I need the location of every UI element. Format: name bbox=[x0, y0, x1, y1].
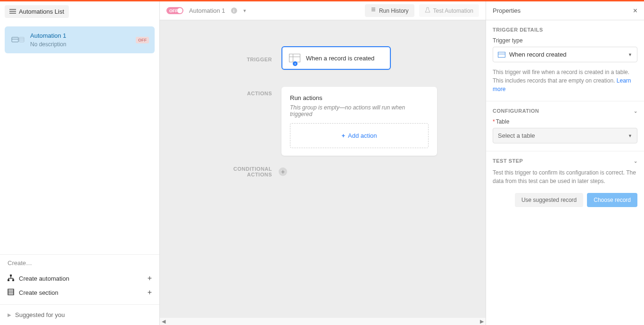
plus-badge-icon: + bbox=[293, 61, 297, 66]
automations-list-button[interactable]: Automations List bbox=[5, 5, 69, 18]
sidebar-title: Automations List bbox=[19, 8, 64, 15]
section-icon bbox=[8, 289, 14, 297]
automation-list: Automation 1 No description OFF bbox=[0, 22, 159, 254]
table-field-label: *Table bbox=[493, 118, 637, 125]
actions-card-desc: This group is empty—no actions will run … bbox=[290, 104, 429, 117]
test-step-label-row: TEST STEP ⌄ bbox=[493, 158, 637, 164]
automation-item-desc: No description bbox=[30, 41, 66, 48]
choose-record-button[interactable]: Choose record bbox=[587, 193, 637, 207]
automation-item-title: Automation 1 bbox=[30, 32, 66, 39]
info-icon[interactable]: i bbox=[231, 8, 237, 14]
plus-icon: + bbox=[148, 274, 152, 283]
configuration-label-row: CONFIGURATION ⌄ bbox=[493, 108, 637, 114]
sitemap-icon bbox=[8, 275, 14, 283]
table-select-placeholder: Select a table bbox=[498, 132, 535, 139]
svg-rect-15 bbox=[8, 289, 14, 295]
add-action-label: Add action bbox=[348, 132, 377, 139]
canvas: OFF Automation 1 i ▼ Run History Test Au… bbox=[160, 1, 486, 325]
automation-stacked-icons bbox=[11, 36, 25, 44]
create-label: Create… bbox=[8, 259, 152, 267]
properties-title: Properties bbox=[493, 7, 520, 14]
create-section-label: Create section bbox=[19, 289, 58, 296]
actions-card-title: Run actions bbox=[290, 94, 429, 101]
flow-area: TRIGGER + When a record is created ACTIO… bbox=[160, 20, 486, 325]
chevron-down-icon[interactable]: ⌄ bbox=[634, 108, 638, 114]
table-label-text: Table bbox=[496, 118, 510, 125]
automation-name[interactable]: Automation 1 bbox=[189, 7, 225, 14]
plus-icon: + bbox=[148, 288, 152, 297]
trigger-type-value: When record created bbox=[509, 51, 566, 58]
trigger-card[interactable]: + When a record is created bbox=[281, 46, 391, 70]
close-icon[interactable]: × bbox=[633, 7, 637, 15]
trigger-details-label: TRIGGER DETAILS bbox=[493, 27, 637, 33]
sidebar-footer: Create… Create automation + Create secti… bbox=[0, 254, 159, 304]
plus-icon: + bbox=[341, 132, 345, 139]
table-select[interactable]: Select a table ▼ bbox=[493, 128, 637, 143]
add-action-button[interactable]: + Add action bbox=[290, 123, 429, 148]
suggested-button[interactable]: ▶ Suggested for you bbox=[0, 304, 159, 325]
trigger-type-label: Trigger type bbox=[493, 37, 637, 44]
trigger-help-text: This trigger will fire when a record is … bbox=[493, 68, 637, 93]
run-history-label: Run History bbox=[379, 8, 409, 14]
caret-down-icon: ▼ bbox=[628, 52, 632, 57]
create-automation-label: Create automation bbox=[19, 275, 69, 282]
svg-rect-9 bbox=[8, 279, 9, 281]
add-conditional-button[interactable]: + bbox=[279, 167, 287, 176]
svg-rect-10 bbox=[12, 279, 14, 281]
sidebar: Automations List Automation 1 No descrip… bbox=[0, 1, 160, 325]
configuration-label: CONFIGURATION bbox=[493, 108, 539, 114]
table-icon bbox=[498, 52, 505, 58]
test-automation-button[interactable]: Test Automation bbox=[419, 4, 479, 17]
canvas-header: OFF Automation 1 i ▼ Run History Test Au… bbox=[160, 1, 486, 20]
automation-item[interactable]: Automation 1 No description OFF bbox=[5, 26, 155, 53]
svg-rect-3 bbox=[12, 37, 18, 42]
use-suggested-record-button[interactable]: Use suggested record bbox=[515, 193, 583, 207]
flask-icon bbox=[425, 7, 430, 14]
suggested-label: Suggested for you bbox=[15, 311, 65, 318]
hamburger-icon bbox=[9, 8, 16, 15]
conditional-label: CONDITIONAL ACTIONS bbox=[216, 166, 272, 177]
automation-item-badge: OFF bbox=[136, 37, 149, 43]
chevron-down-icon[interactable]: ⌄ bbox=[634, 158, 638, 164]
actions-label: ACTIONS bbox=[216, 87, 272, 96]
svg-rect-5 bbox=[19, 37, 24, 42]
test-automation-label: Test Automation bbox=[433, 8, 473, 14]
trigger-type-select[interactable]: When record created ▼ bbox=[493, 47, 637, 62]
horizontal-scrollbar[interactable]: ◀ ▶ bbox=[160, 317, 486, 325]
properties-header: Properties × bbox=[486, 1, 644, 20]
toggle-label: OFF bbox=[169, 8, 178, 13]
create-section-button[interactable]: Create section + bbox=[8, 285, 152, 300]
test-help-text: Test this trigger to confirm its configu… bbox=[493, 168, 637, 185]
test-step-label: TEST STEP bbox=[493, 158, 523, 164]
trigger-help-body: This trigger will fire when a record is … bbox=[493, 69, 629, 84]
test-buttons-row: Use suggested record Choose record bbox=[493, 193, 637, 207]
caret-down-icon[interactable]: ▼ bbox=[243, 8, 247, 13]
caret-right-icon: ▶ bbox=[8, 312, 11, 317]
sidebar-header: Automations List bbox=[0, 1, 159, 22]
scroll-left-icon[interactable]: ◀ bbox=[162, 318, 165, 325]
divider bbox=[486, 151, 644, 151]
divider bbox=[486, 101, 644, 101]
scroll-right-icon[interactable]: ▶ bbox=[480, 318, 484, 325]
trigger-label: TRIGGER bbox=[216, 46, 272, 62]
history-icon bbox=[371, 7, 376, 14]
svg-rect-8 bbox=[10, 275, 12, 276]
trigger-card-text: When a record is created bbox=[306, 55, 374, 62]
properties-panel: Properties × TRIGGER DETAILS Trigger typ… bbox=[486, 1, 644, 325]
run-history-button[interactable]: Run History bbox=[365, 4, 414, 17]
caret-down-icon: ▼ bbox=[628, 133, 632, 138]
actions-card: Run actions This group is empty—no actio… bbox=[281, 87, 437, 156]
automation-toggle[interactable]: OFF bbox=[166, 7, 183, 14]
create-automation-button[interactable]: Create automation + bbox=[8, 271, 152, 285]
